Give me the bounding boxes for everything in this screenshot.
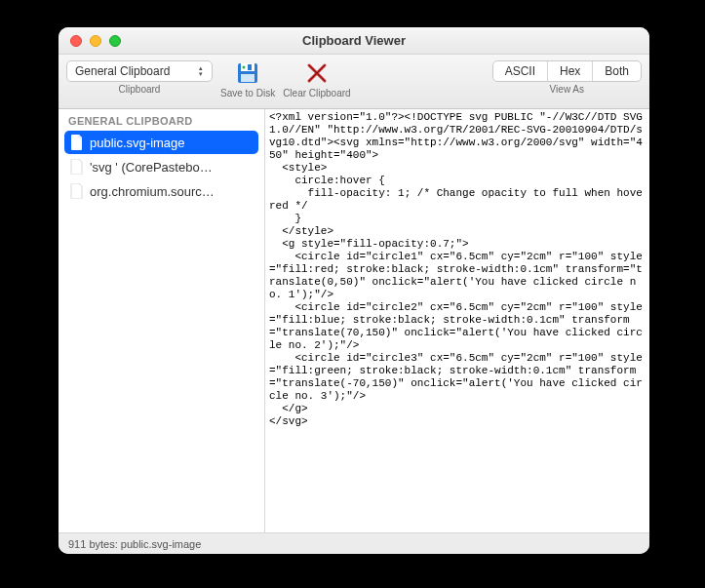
toolbar: General Clipboard ▴▾ Clipboard Save to D…	[59, 55, 649, 109]
statusbar: 911 bytes: public.svg-image	[59, 532, 649, 554]
sidebar-section-header: GENERAL CLIPBOARD	[59, 109, 264, 131]
view-as-group: ASCII Hex Both View As	[492, 60, 642, 95]
clipboard-selector-label: Clipboard	[119, 84, 161, 95]
zoom-icon[interactable]	[109, 35, 121, 47]
body: GENERAL CLIPBOARD public.svg-image 'svg …	[59, 109, 649, 532]
document-icon	[70, 159, 84, 175]
view-as-label: View As	[550, 84, 584, 95]
clipboard-selector-value: General Clipboard	[75, 64, 170, 78]
chevron-updown-icon: ▴▾	[194, 64, 208, 78]
save-to-disk-group: Save to Disk	[220, 60, 275, 98]
view-as-both-button[interactable]: Both	[592, 61, 641, 81]
svg-rect-2	[248, 64, 252, 70]
clear-clipboard-group: Clear Clipboard	[283, 60, 350, 98]
window-controls	[59, 35, 121, 47]
x-icon	[304, 60, 330, 86]
save-to-disk-label: Save to Disk	[220, 88, 275, 98]
document-icon	[70, 183, 84, 199]
sidebar: GENERAL CLIPBOARD public.svg-image 'svg …	[59, 109, 265, 532]
floppy-disk-icon	[235, 60, 260, 86]
close-icon[interactable]	[70, 35, 82, 47]
view-as-ascii-button[interactable]: ASCII	[493, 61, 547, 81]
sidebar-item-label: public.svg-image	[90, 136, 185, 150]
svg-point-4	[243, 66, 246, 69]
sidebar-item-svg-image[interactable]: public.svg-image	[64, 131, 258, 154]
titlebar: Clipboard Viewer	[59, 27, 649, 55]
sidebar-item-label: 'svg ' (CorePastebo…	[90, 160, 213, 175]
sidebar-item-chromium-source[interactable]: org.chromium.sourc…	[64, 179, 258, 203]
content-view[interactable]: <?xml version="1.0"?><!DOCTYPE svg PUBLI…	[265, 109, 649, 532]
clear-clipboard-button[interactable]	[299, 60, 334, 86]
clipboard-selector[interactable]: General Clipboard ▴▾	[66, 60, 213, 82]
view-as-hex-button[interactable]: Hex	[547, 61, 592, 81]
document-icon	[70, 135, 84, 150]
view-as-segmented: ASCII Hex Both	[492, 60, 642, 82]
svg-rect-3	[241, 74, 255, 82]
sidebar-item-label: org.chromium.sourc…	[90, 184, 215, 199]
status-text: 911 bytes: public.svg-image	[68, 538, 201, 550]
save-to-disk-button[interactable]	[230, 60, 265, 86]
minimize-icon[interactable]	[90, 35, 101, 47]
clipboard-selector-group: General Clipboard ▴▾ Clipboard	[66, 60, 213, 95]
app-window: Clipboard Viewer General Clipboard ▴▾ Cl…	[59, 27, 649, 554]
sidebar-item-corepasteboard[interactable]: 'svg ' (CorePastebo…	[64, 155, 258, 178]
clear-clipboard-label: Clear Clipboard	[283, 88, 350, 98]
window-title: Clipboard Viewer	[59, 33, 649, 48]
